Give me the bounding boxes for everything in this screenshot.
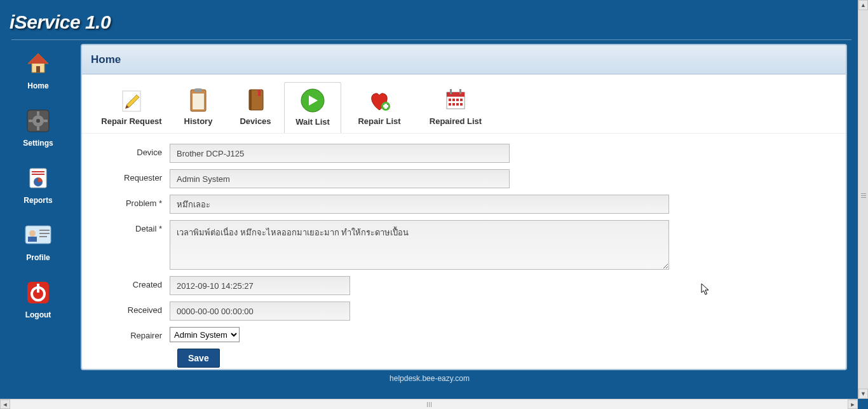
main-panel: Home Repair Request History Devices	[81, 44, 847, 370]
label-received: Received	[93, 302, 170, 315]
svg-rect-42	[456, 99, 459, 101]
scroll-track[interactable]	[10, 399, 848, 409]
tab-label: Repair Request	[93, 116, 170, 126]
svg-rect-8	[29, 120, 32, 122]
book-icon	[241, 86, 269, 114]
edit-icon	[118, 86, 146, 114]
scroll-down-arrow[interactable]: ▼	[858, 389, 868, 399]
sidebar-item-label: Reports	[0, 196, 76, 205]
arrow-right-icon	[299, 87, 327, 114]
svg-rect-12	[32, 174, 44, 175]
repairer-select[interactable]: Admin System	[170, 327, 240, 342]
clipboard-icon	[184, 86, 212, 114]
sidebar-item-label: Logout	[0, 310, 76, 319]
svg-rect-2	[36, 66, 40, 73]
svg-rect-11	[32, 171, 44, 172]
app-title: iService 1.0	[10, 11, 111, 33]
horizontal-scrollbar[interactable]: ◄ ►	[0, 399, 858, 409]
tab-label: Repair List	[341, 116, 417, 126]
svg-rect-47	[460, 103, 463, 106]
svg-marker-1	[28, 53, 48, 64]
tab-devices[interactable]: Devices	[227, 82, 284, 133]
detail-field[interactable]	[170, 220, 669, 270]
svg-rect-40	[449, 99, 451, 101]
scroll-up-arrow[interactable]: ▲	[858, 0, 868, 10]
created-field[interactable]	[170, 276, 350, 295]
svg-rect-31	[258, 90, 261, 96]
tab-repair-request[interactable]: Repair Request	[93, 82, 170, 133]
svg-rect-45	[452, 103, 455, 106]
svg-rect-17	[39, 230, 50, 231]
svg-rect-41	[452, 99, 455, 101]
received-field[interactable]	[170, 302, 350, 321]
svg-rect-37	[383, 105, 388, 107]
panel-header: Home	[82, 45, 846, 74]
tab-history[interactable]: History	[170, 82, 227, 133]
scroll-right-arrow[interactable]: ►	[848, 399, 858, 409]
svg-rect-48	[450, 89, 452, 94]
svg-rect-7	[37, 127, 39, 130]
svg-rect-44	[449, 103, 451, 106]
svg-rect-28	[194, 88, 202, 92]
label-created: Created	[93, 276, 170, 289]
svg-rect-18	[39, 233, 50, 234]
footer-text: helpdesk.bee-eazy.com	[0, 374, 859, 383]
problem-field[interactable]	[170, 195, 669, 214]
device-field[interactable]	[170, 144, 510, 163]
toolbar: Repair Request History Devices Wait List	[82, 74, 846, 134]
tab-repair-list[interactable]: Repair List	[341, 82, 417, 133]
tab-label: History	[170, 116, 227, 126]
report-icon	[24, 164, 52, 192]
sidebar: Home Settings Reports Profile Logout	[0, 50, 76, 336]
label-device: Device	[93, 144, 170, 157]
sidebar-item-reports[interactable]: Reports	[0, 164, 76, 205]
page-title: Home	[91, 53, 121, 66]
label-detail: Detail *	[93, 220, 170, 233]
profile-icon	[24, 221, 52, 249]
label-requester: Requester	[93, 169, 170, 183]
svg-rect-46	[456, 103, 459, 106]
power-icon	[24, 279, 52, 307]
scroll-thumb[interactable]	[858, 10, 868, 389]
tab-label: Repaired List	[417, 116, 494, 126]
header-divider	[11, 39, 851, 40]
tab-label: Wait List	[285, 117, 341, 127]
scroll-left-arrow[interactable]: ◄	[0, 399, 10, 409]
svg-rect-9	[44, 120, 48, 122]
svg-rect-27	[193, 94, 204, 109]
vertical-scrollbar[interactable]: ▲ ▼	[858, 0, 868, 399]
svg-rect-30	[249, 90, 252, 110]
label-problem: Problem *	[93, 195, 170, 208]
svg-point-15	[29, 230, 36, 237]
svg-rect-16	[28, 237, 37, 242]
home-icon	[24, 50, 52, 78]
calendar-icon	[442, 86, 470, 114]
svg-point-5	[36, 119, 40, 123]
svg-rect-49	[459, 89, 461, 94]
tab-label: Devices	[227, 116, 284, 126]
label-repairer: Repairer	[93, 327, 170, 340]
gear-icon	[24, 107, 52, 135]
sidebar-item-profile[interactable]: Profile	[0, 221, 76, 262]
sidebar-item-home[interactable]: Home	[0, 50, 76, 90]
svg-rect-22	[37, 284, 39, 293]
requester-field[interactable]	[170, 169, 510, 188]
tab-wait-list[interactable]: Wait List	[284, 82, 341, 133]
svg-rect-6	[37, 111, 39, 115]
form: Device Requester Problem * Detail * Crea…	[82, 134, 846, 370]
heart-plus-icon	[365, 86, 393, 114]
sidebar-item-label: Settings	[0, 139, 76, 148]
sidebar-item-settings[interactable]: Settings	[0, 107, 76, 148]
tab-repaired-list[interactable]: Repaired List	[417, 82, 494, 133]
sidebar-item-logout[interactable]: Logout	[0, 279, 76, 319]
save-button[interactable]: Save	[177, 349, 220, 368]
svg-rect-43	[460, 99, 463, 101]
svg-rect-39	[447, 92, 465, 97]
sidebar-item-label: Home	[0, 81, 76, 90]
sidebar-item-label: Profile	[0, 253, 76, 262]
svg-rect-19	[39, 236, 47, 237]
